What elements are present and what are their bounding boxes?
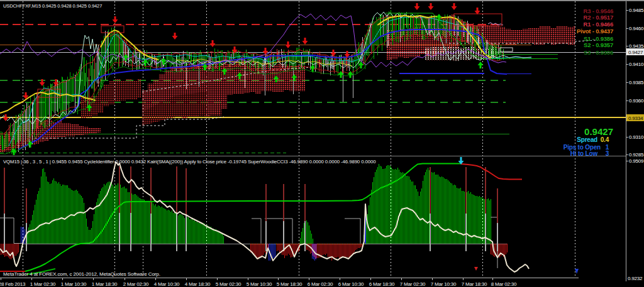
svg-text:6 Mar 18:30: 6 Mar 18:30: [369, 281, 395, 287]
svg-text:0.9410: 0.9410: [629, 62, 644, 67]
svg-text:USDCHFFXF,M15 0.9425 0.9428 0: USDCHFFXF,M15 0.9425 0.9428 0.9425 0.942…: [3, 3, 102, 9]
svg-text:5 Mar 02:30: 5 Mar 02:30: [216, 281, 242, 287]
svg-text:2 Mar 02:30: 2 Mar 02:30: [123, 281, 149, 287]
svg-text:1 Mar 02:30: 1 Mar 02:30: [30, 281, 56, 287]
svg-text:0.9232: 0.9232: [628, 276, 643, 281]
svg-text:5 Mar 18:30: 5 Mar 18:30: [277, 281, 303, 287]
svg-text:0.9509: 0.9509: [629, 158, 644, 164]
svg-text:0.9427: 0.9427: [584, 126, 613, 137]
svg-text:6 Mar 02:30: 6 Mar 02:30: [308, 281, 333, 287]
svg-text:4 Mar 18:30: 4 Mar 18:30: [185, 281, 211, 287]
svg-text:Pivot - 0.9437: Pivot - 0.9437: [577, 28, 613, 35]
svg-text:S3 - 0.9306: S3 - 0.9306: [584, 49, 613, 56]
svg-text:0.9435: 0.9435: [629, 43, 644, 49]
svg-text:1 Mar 18:30: 1 Mar 18:30: [92, 281, 118, 287]
svg-text:1 Mar 10:30: 1 Mar 10:30: [61, 281, 87, 287]
svg-text:0.9385: 0.9385: [629, 80, 644, 85]
svg-text:0.9310: 0.9310: [629, 134, 644, 140]
svg-text:R3 - 0.9546: R3 - 0.9546: [584, 8, 613, 14]
svg-text:7 Mar 02:30: 7 Mar 02:30: [400, 281, 426, 287]
svg-text:R1 - 0.9466: R1 - 0.9466: [584, 21, 613, 28]
svg-text:Hi to Low: Hi to Low: [570, 150, 598, 157]
svg-text:MetaTrader 4 at FOREX.com, c 2: MetaTrader 4 at FOREX.com, c 2001-2012, …: [3, 271, 160, 277]
svg-text:6 Mar 10:30: 6 Mar 10:30: [338, 281, 364, 287]
svg-text:5 Mar 10:30: 5 Mar 10:30: [247, 281, 272, 287]
svg-text:8 Mar 02:30: 8 Mar 02:30: [491, 281, 517, 287]
svg-text:S1 - 0.9386: S1 - 0.9386: [584, 35, 613, 42]
svg-text:4 Mar 10:30: 4 Mar 10:30: [154, 281, 180, 287]
svg-text:0.9427: 0.9427: [628, 50, 643, 55]
svg-text:0.9460: 0.9460: [629, 26, 644, 31]
svg-text:3: 3: [606, 150, 609, 157]
svg-text:R2 - 0.9517: R2 - 0.9517: [584, 14, 613, 21]
svg-text:7 Mar 10:30: 7 Mar 10:30: [431, 281, 457, 287]
svg-text:0.9485: 0.9485: [629, 8, 644, 13]
svg-text:VQM15 | 36 , 3 , 5 , 1 | 0.: VQM15 | 36 , 3 , 5 , 1 | 0.9455 0.9455 C…: [3, 159, 376, 165]
svg-text:7 Mar 18:30: 7 Mar 18:30: [462, 281, 487, 287]
svg-text:28 Feb 2013: 28 Feb 2013: [0, 281, 26, 287]
svg-text:S2 - 0.9357: S2 - 0.9357: [584, 41, 613, 48]
svg-text:0.9334: 0.9334: [628, 116, 643, 121]
svg-text:Spread: Spread: [577, 136, 597, 143]
svg-text:0.9360: 0.9360: [629, 98, 644, 104]
svg-text:0.9285: 0.9285: [629, 152, 644, 158]
svg-text:0.4: 0.4: [601, 136, 609, 143]
